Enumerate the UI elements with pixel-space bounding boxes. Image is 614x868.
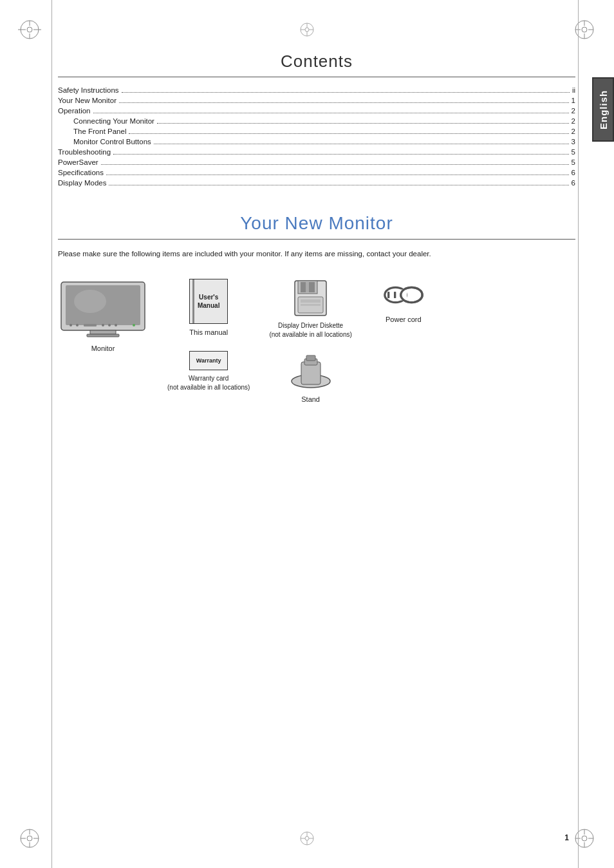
svg-rect-60 [306, 355, 315, 361]
diskette-illustration [293, 279, 328, 317]
svg-point-9 [582, 27, 587, 32]
stand-illustration [288, 352, 333, 391]
toc-label: The Front Panel [73, 127, 126, 135]
svg-point-44 [76, 324, 79, 326]
manual-label: This manual [189, 328, 228, 337]
svg-point-21 [582, 836, 587, 841]
toc-page: 2 [572, 107, 575, 115]
svg-point-43 [70, 324, 72, 326]
toc-dots [119, 102, 569, 103]
toc-label: Display Modes [58, 179, 106, 187]
reg-mark-bottom-left [18, 827, 41, 850]
monitor-section-divider [58, 239, 575, 240]
svg-rect-41 [90, 330, 116, 334]
main-content: Contents Safety InstructionsiiYour New M… [58, 52, 575, 816]
svg-rect-64 [394, 292, 396, 298]
toc-label: Safety Instructions [58, 86, 119, 94]
toc-dots [93, 113, 569, 113]
item-warranty: Warranty Warranty card(not available in … [167, 351, 250, 392]
items-column-diskette-stand: Display Driver Diskette(not available in… [269, 279, 351, 404]
svg-rect-55 [301, 299, 321, 303]
toc-label: Troubleshooting [58, 148, 111, 156]
your-new-monitor-heading: Your New Monitor [58, 213, 575, 234]
item-diskette: Display Driver Diskette(not available in… [269, 279, 351, 339]
reg-mark-top-mid [295, 18, 319, 41]
stand-label: Stand [301, 395, 320, 404]
powercord-illustration [381, 279, 426, 311]
toc-label: Your New Monitor [58, 97, 116, 104]
toc-label: Specifications [58, 169, 104, 176]
toc-dots [157, 123, 569, 124]
reg-mark-bottom-right [573, 827, 596, 850]
toc-page: ii [572, 86, 575, 94]
toc-label: Monitor Control Buttons [73, 138, 151, 146]
toc-page: 5 [572, 158, 575, 166]
item-manual: User'sManual This manual [176, 279, 241, 337]
svg-point-1 [27, 27, 32, 32]
svg-point-27 [305, 28, 309, 32]
toc-row: Operation2 [58, 107, 575, 115]
toc-row: Safety Instructionsii [58, 86, 575, 95]
left-border-line [51, 0, 52, 868]
items-column-books: User'sManual This manual Warranty Warran… [167, 279, 250, 392]
contents-section: Contents Safety InstructionsiiYour New M… [58, 52, 575, 187]
your-new-monitor-section: Your New Monitor Please make sure the fo… [58, 213, 575, 405]
monitor-label: Monitor [91, 344, 115, 354]
contents-heading: Contents [58, 52, 575, 71]
toc-dots [129, 133, 568, 134]
svg-rect-42 [87, 334, 119, 337]
item-monitor: Monitor [58, 279, 148, 354]
toc-page: 6 [572, 169, 575, 176]
toc-page: 2 [572, 117, 575, 125]
toc-dots [106, 175, 569, 175]
intro-paragraph: Please make sure the following items are… [58, 249, 575, 259]
items-row: Monitor User'sManual This manual Warrant… [58, 279, 575, 404]
toc-page: 6 [572, 179, 575, 187]
toc-label: Connecting Your Monitor [73, 117, 154, 125]
svg-point-33 [305, 836, 309, 840]
toc-label: PowerSaver [58, 158, 98, 166]
monitor-illustration [58, 279, 148, 340]
toc-row: PowerSaver5 [58, 158, 575, 167]
svg-point-46 [102, 324, 104, 326]
toc-page: 5 [572, 148, 575, 156]
toc-label: Operation [58, 107, 91, 115]
page-number: 1 [564, 833, 569, 842]
toc-dots [113, 154, 569, 155]
warranty-label: Warranty card(not available in all locat… [167, 374, 250, 392]
toc-row: Monitor Control Buttons3 [58, 138, 575, 146]
warranty-card-illustration: Warranty [189, 351, 228, 370]
svg-point-48 [115, 324, 117, 326]
toc-dots [101, 164, 569, 165]
contents-divider [58, 77, 575, 77]
toc-row: Specifications6 [58, 169, 575, 177]
right-border-line [578, 0, 579, 868]
svg-point-49 [133, 324, 135, 326]
svg-rect-53 [306, 282, 309, 292]
reg-mark-top-left [18, 18, 41, 41]
toc-row: Connecting Your Monitor2 [58, 117, 575, 126]
toc-dots [109, 185, 568, 185]
toc-page: 1 [572, 97, 575, 104]
svg-rect-63 [387, 292, 389, 298]
toc-dots [154, 144, 569, 144]
svg-rect-56 [301, 304, 321, 306]
manual-book-illustration: User'sManual [189, 279, 228, 324]
diskette-label: Display Driver Diskette(not available in… [269, 321, 351, 339]
toc-row: Troubleshooting5 [58, 148, 575, 156]
language-tab-english: English [592, 77, 614, 142]
svg-point-40 [74, 290, 106, 313]
toc-row: Your New Monitor1 [58, 97, 575, 105]
item-stand: Stand [279, 352, 343, 404]
powercord-label: Power cord [386, 315, 422, 325]
toc-dots [122, 92, 570, 93]
reg-mark-top-right [573, 18, 596, 41]
toc-page: 3 [572, 138, 575, 146]
svg-rect-45 [84, 324, 97, 326]
item-powercord: Power cord [371, 279, 436, 325]
svg-point-47 [108, 324, 111, 326]
reg-mark-bottom-mid [295, 827, 319, 850]
svg-point-15 [27, 836, 32, 841]
toc-row: Display Modes6 [58, 179, 575, 187]
toc-row: The Front Panel2 [58, 127, 575, 136]
